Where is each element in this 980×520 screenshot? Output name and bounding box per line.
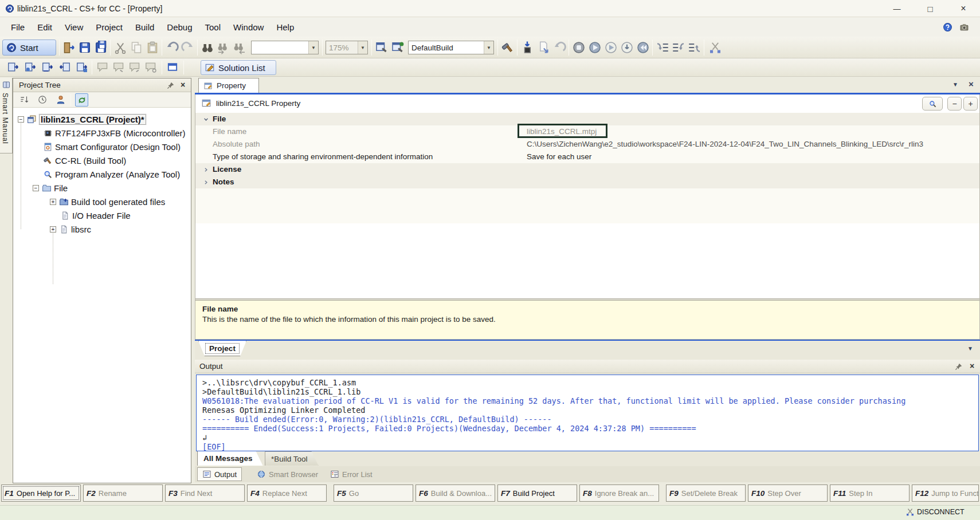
close-panel-icon[interactable]: × [181,80,185,89]
editor-icon[interactable] [58,61,71,73]
menu-file[interactable]: File [5,19,31,36]
expand-icon[interactable]: + [50,226,56,233]
tree-item-libsrc[interactable]: + libsrc [50,222,91,236]
tree-item-file[interactable]: − File [33,181,68,195]
comment-prev-icon[interactable] [112,61,125,73]
f3-button[interactable]: F3Find Next [165,484,245,502]
search-combobox[interactable]: ▼ [251,41,319,54]
dock-tab-smart-browser[interactable]: Smart Browser [252,467,323,481]
tab-scroll-dropdown-icon[interactable]: ▼ [967,345,973,352]
chevron-down-icon[interactable]: ▼ [358,41,367,54]
tree-item-build-generated-files[interactable]: + Build tool generated files [50,195,165,208]
f9-button[interactable]: F9Set/Delete Break [666,484,746,502]
minimize-button[interactable]: — [880,0,914,17]
project-tree-body[interactable]: − liblin21s_CCRL (Project)* R7F124FPJ3xF… [13,108,191,483]
tree-item-analyze-tool[interactable]: Program Analyzer (Analyze Tool) [43,167,180,181]
build-mode-combobox[interactable]: DefaultBuild ▼ [408,41,494,54]
menu-edit[interactable]: Edit [31,19,58,36]
f8-button[interactable]: F8Ignore Break an... [579,484,659,502]
build-settings-icon[interactable] [501,41,515,54]
search-properties-button[interactable] [922,97,943,111]
dock-tab-output[interactable]: Output [197,467,242,481]
tree-item-project[interactable]: − liblin21s_CCRL (Project)* [18,112,146,126]
download-icon[interactable] [520,41,534,54]
console-icon[interactable] [7,61,19,73]
menu-view[interactable]: View [58,19,89,36]
property-row-absolute-path[interactable]: Absolute path C:\Users\ZichenWang\e2_stu… [195,138,979,151]
close-panel-icon[interactable]: × [970,361,974,371]
open-project-icon[interactable] [62,41,76,54]
zoom-combobox[interactable]: 175% ▼ [326,41,368,54]
stop-icon[interactable] [572,41,586,54]
f1-button[interactable]: F1Open Help for P... [1,484,81,502]
f6-button[interactable]: F6Build & Downloa... [415,484,495,502]
user-sort-icon[interactable] [56,94,66,105]
start-button[interactable]: Start [2,40,56,56]
pin-icon[interactable] [167,81,175,89]
build-tool-tab[interactable]: *Build Tool [265,451,319,466]
maximize-button[interactable]: □ [914,0,947,17]
tree-item-microcontroller[interactable]: R7F124FPJ3xFB (Microcontroller) [43,126,186,140]
go-icon[interactable] [588,41,602,54]
debug-console-icon[interactable] [41,61,54,73]
menu-build[interactable]: Build [129,19,160,36]
python-console-icon[interactable] [24,61,37,73]
sort-time-icon[interactable] [37,94,48,105]
restart-icon[interactable] [636,41,650,54]
menu-tool[interactable]: Tool [199,19,228,36]
comment-list-icon[interactable] [144,61,157,73]
comment-icon[interactable] [96,61,109,73]
tree-item-build-tool[interactable]: CC-RL (Build Tool) [43,153,126,167]
step-return-icon[interactable] [688,41,701,54]
disconnect-status[interactable]: DISCONNECT [905,507,965,517]
refresh-button[interactable] [75,93,88,107]
all-messages-tab[interactable]: All Messages [197,451,263,466]
find-next-icon[interactable] [233,41,246,54]
solution-list-button[interactable]: Solution List [201,60,276,75]
close-button[interactable]: × [947,0,980,17]
menu-project[interactable]: Project [89,19,129,36]
undo-icon[interactable] [165,41,179,54]
menu-debug[interactable]: Debug [160,19,198,36]
dock-tab-error-list[interactable]: Error List [326,467,377,481]
f10-button[interactable]: F10Step Over [748,484,828,502]
chevron-down-icon[interactable]: ▼ [308,41,318,54]
chevron-down-icon[interactable]: ▼ [484,41,493,54]
collapse-all-button[interactable]: − [947,97,962,111]
find-icon[interactable] [201,41,214,54]
property-row-storage-type[interactable]: Type of storage and sharing environment-… [195,151,979,163]
window-layout-icon[interactable] [166,61,179,73]
output-text-area[interactable]: >..\libsrc\drv\copybuf_CCRL_1.asm >Defau… [196,375,979,451]
close-document-icon[interactable]: × [969,79,974,89]
capture-icon[interactable] [959,22,969,32]
ignore-break-go-icon[interactable] [604,41,618,54]
build-project-icon[interactable] [375,41,389,54]
section-license[interactable]: License [195,163,979,176]
tree-item-smart-configurator[interactable]: Smart Configurator (Design Tool) [43,140,181,153]
collapse-icon[interactable]: − [18,116,24,123]
sort-alpha-icon[interactable] [19,94,29,105]
f12-button[interactable]: F12Jump to Functio... [912,484,979,502]
menu-window[interactable]: Window [227,19,270,36]
watch-icon[interactable] [76,61,88,73]
rebuild-project-icon[interactable] [391,41,405,54]
f7-button[interactable]: F7Build Project [497,484,577,502]
f5-button[interactable]: F5Go [334,484,413,502]
comment-next-icon[interactable] [128,61,141,73]
expand-icon[interactable]: + [50,199,56,205]
section-notes[interactable]: Notes [195,176,979,188]
f11-button[interactable]: F11Step In [830,484,910,502]
save-icon[interactable] [78,41,92,54]
redo-icon[interactable] [181,41,195,54]
step-in-icon[interactable] [656,41,669,54]
help-icon[interactable] [943,22,952,32]
find-previous-icon[interactable] [217,41,230,54]
collapse-icon[interactable]: − [33,185,39,191]
paste-icon[interactable] [146,41,159,54]
property-grid[interactable]: File File name liblin21s_CCRL.mtpj Absol… [195,113,979,223]
f2-button[interactable]: F2Rename [83,484,163,502]
build-download-icon[interactable] [536,41,550,54]
save-all-icon[interactable] [94,41,108,54]
property-tab[interactable]: Property [198,78,259,93]
tab-list-dropdown-icon[interactable]: ▼ [952,81,958,88]
